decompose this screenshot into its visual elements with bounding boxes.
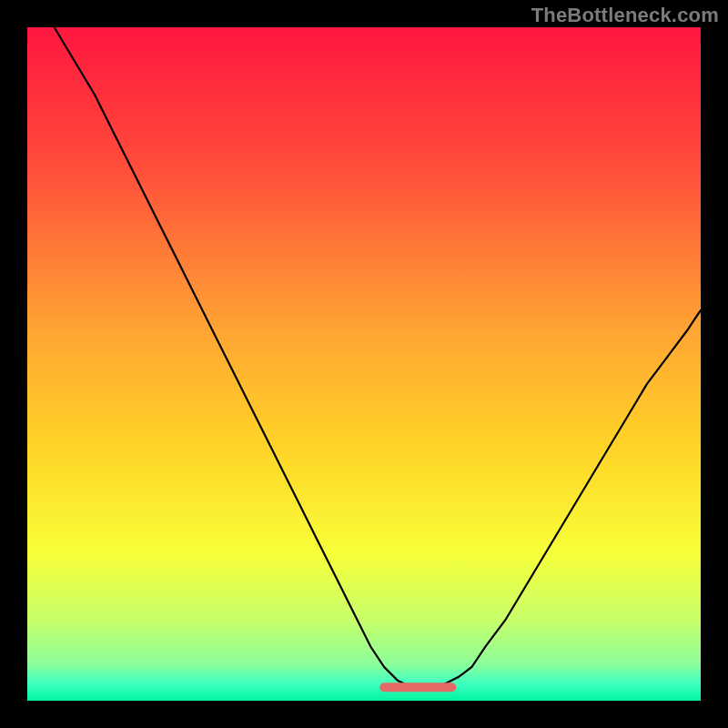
chart-frame: TheBottleneck.com xyxy=(0,0,728,728)
watermark-text: TheBottleneck.com xyxy=(531,4,719,27)
gradient-background xyxy=(27,27,701,701)
chart-svg xyxy=(27,27,701,701)
plot-area xyxy=(27,27,701,701)
